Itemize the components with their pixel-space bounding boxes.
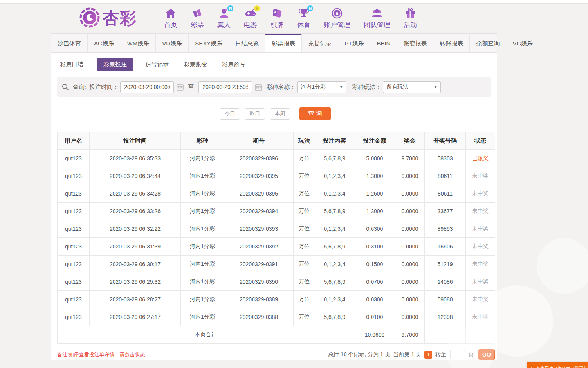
column-header-用户名: 用户名: [58, 132, 90, 150]
calendar-icon[interactable]: [254, 83, 262, 91]
tab-AG娱乐[interactable]: AG娱乐: [88, 34, 121, 52]
tab-沙巴体育[interactable]: 沙巴体育: [51, 34, 88, 52]
table-cell: 河内1分彩: [181, 291, 224, 308]
table-cell: 58303: [425, 150, 466, 167]
nav-item-trophy[interactable]: N 体育: [297, 7, 310, 29]
pagination-summary: 总计 10 个记录, 分为 1 页, 当前第 1 页: [328, 351, 421, 358]
summary-dash: —: [466, 326, 495, 344]
table-cell: 2020-03-29 06:32:22: [90, 220, 181, 238]
subtab-追号记录[interactable]: 追号记录: [144, 58, 170, 71]
brand-logo[interactable]: 杏彩: [79, 7, 137, 30]
time-to-input[interactable]: [198, 81, 252, 93]
table-cell: 0,1,2,3,4: [315, 185, 354, 203]
table-cell: 0.0700: [354, 273, 395, 291]
time-from-input[interactable]: [120, 81, 174, 93]
lottery-select-value: 河内1分彩: [301, 83, 326, 91]
status-cell[interactable]: 未中奖: [466, 167, 495, 185]
nav-item-gift[interactable]: 活动: [404, 7, 417, 29]
status-cell[interactable]: 未中奖: [466, 308, 495, 326]
column-header-奖金: 奖金: [395, 132, 425, 150]
column-header-彩种: 彩种: [181, 132, 224, 150]
table-cell: 5,6,7,8,9: [315, 150, 354, 167]
status-cell[interactable]: 未中奖: [466, 273, 495, 291]
nav-item-team[interactable]: 团队管理: [364, 7, 390, 29]
table-cell: 89893: [425, 220, 466, 238]
table-row: qut1232020-03-29 06:33:26河内1分彩20200329-0…: [58, 203, 495, 220]
table-cell: 20200329-0390: [224, 273, 294, 291]
nav-item-gamepad[interactable]: H 电游: [244, 7, 257, 29]
summary-label: 本页合计: [58, 326, 354, 344]
subtab-彩票盈亏[interactable]: 彩票盈亏: [220, 58, 247, 71]
table-cell: 2020-03-29 06:34:28: [90, 185, 181, 203]
table-cell: 河内1分彩: [181, 238, 224, 256]
tab-账变报表[interactable]: 账变报表: [397, 34, 433, 52]
table-cell: 20200329-0392: [224, 238, 294, 256]
table-cell: 河内1分彩: [181, 308, 224, 326]
nav-item-coin[interactable]: ¥ 账户管理: [324, 7, 350, 29]
table-cell: 万位: [294, 203, 315, 220]
calendar-icon[interactable]: [176, 83, 184, 91]
status-cell[interactable]: 未中奖: [466, 238, 495, 256]
table-cell: 万位: [294, 256, 315, 273]
status-cell[interactable]: 未中奖: [466, 256, 495, 273]
tab-BBIN[interactable]: BBIN: [370, 34, 397, 52]
tab-SEXY娱乐[interactable]: SEXY娱乐: [189, 34, 229, 52]
play-type-select[interactable]: 所有玩法 ▼: [383, 81, 441, 93]
table-footer: 备注:如需查看投注单详情，请点击状态 总计 10 个记录, 分为 1 页, 当前…: [57, 349, 495, 360]
current-page-badge[interactable]: 1: [424, 351, 432, 359]
status-cell[interactable]: 未中奖: [466, 220, 495, 238]
table-cell: 20200329-0395: [224, 185, 294, 203]
tab-余额查询[interactable]: 余额查询: [470, 34, 506, 52]
status-cell[interactable]: 未中奖: [466, 203, 495, 220]
status-cell[interactable]: 已派奖: [466, 150, 495, 167]
search-submit-button[interactable]: 查 询: [299, 107, 331, 120]
nav-item-home[interactable]: 首页: [164, 7, 177, 29]
go-button[interactable]: GO: [478, 349, 495, 360]
status-cell[interactable]: 未中奖: [466, 291, 495, 308]
table-row: qut1232020-03-29 06:31:39河内1分彩20200329-0…: [58, 238, 495, 256]
goto-page-input[interactable]: [450, 350, 465, 359]
bet-report-table: 用户名投注时间彩种期号玩法投注内容投注金额奖金开奖号码状态 qut1232020…: [57, 132, 495, 344]
tab-PT娱乐[interactable]: PT娱乐: [338, 34, 370, 52]
chevron-down-icon: ▼: [339, 85, 343, 89]
cards-icon: [271, 7, 283, 19]
nav-item-tickets[interactable]: 彩票: [191, 7, 204, 29]
status-cell[interactable]: 未中奖: [466, 185, 495, 203]
report-tabbar: 沙巴体育AG娱乐WM娱乐VR娱乐SEXY娱乐日结总览彩票报表充提记录PT娱乐BB…: [51, 34, 497, 53]
nav-item-label: 棋牌: [271, 20, 284, 29]
nav-item-cards[interactable]: 棋牌: [271, 7, 284, 29]
table-row: qut1232020-03-29 06:35:33河内1分彩20200329-0…: [58, 150, 495, 167]
table-cell: qut123: [58, 238, 90, 256]
tab-日结总览[interactable]: 日结总览: [229, 34, 265, 52]
tab-充提记录[interactable]: 充提记录: [302, 34, 338, 52]
tab-转账报表[interactable]: 转账报表: [433, 34, 470, 52]
table-cell: qut123: [58, 203, 90, 220]
to-label: 至: [188, 83, 194, 91]
table-cell: 河内1分彩: [181, 256, 224, 273]
table-cell: 万位: [294, 150, 315, 167]
subtab-彩票账变[interactable]: 彩票账变: [182, 58, 209, 71]
table-cell: 1.2600: [354, 185, 395, 203]
new-badge: N: [227, 5, 233, 11]
header: 杏彩 首页 彩票N 真人H 电游 棋牌N 体育¥ 账户管理 团队管理 活动: [51, 4, 497, 33]
tab-WM娱乐[interactable]: WM娱乐: [121, 34, 156, 52]
table-row: qut1232020-03-29 06:34:44河内1分彩20200329-0…: [58, 167, 495, 185]
lottery-select[interactable]: 河内1分彩 ▼: [297, 81, 346, 93]
table-row: qut1232020-03-29 06:30:17河内1分彩20200329-0…: [58, 256, 495, 273]
subtab-彩票日结[interactable]: 彩票日结: [58, 58, 85, 71]
quick-filter-今日[interactable]: 今日: [220, 108, 240, 120]
tab-VG娱乐[interactable]: VG娱乐: [506, 34, 539, 52]
subtab-彩票投注[interactable]: 彩票投注: [97, 58, 133, 71]
nav-item-live-person[interactable]: N 真人: [217, 7, 231, 29]
table-header-row: 用户名投注时间彩种期号玩法投注内容投注金额奖金开奖号码状态: [58, 132, 495, 150]
summary-dash: —: [425, 326, 466, 344]
table-cell: 5,6,7,8,9: [315, 238, 354, 256]
table-cell: 0.0000: [395, 273, 425, 291]
pagination: 总计 10 个记录, 分为 1 页, 当前第 1 页 1 转至 页 GO: [328, 349, 495, 360]
table-cell: 河内1分彩: [181, 185, 224, 203]
quick-filter-本周[interactable]: 本周: [270, 108, 290, 120]
tab-VR娱乐[interactable]: VR娱乐: [156, 34, 189, 52]
tab-彩票报表[interactable]: 彩票报表: [265, 34, 302, 52]
promo-banner[interactable]: 杏彩用户好体验在《腾讯分: [527, 362, 588, 368]
quick-filter-昨日[interactable]: 昨日: [245, 108, 265, 120]
